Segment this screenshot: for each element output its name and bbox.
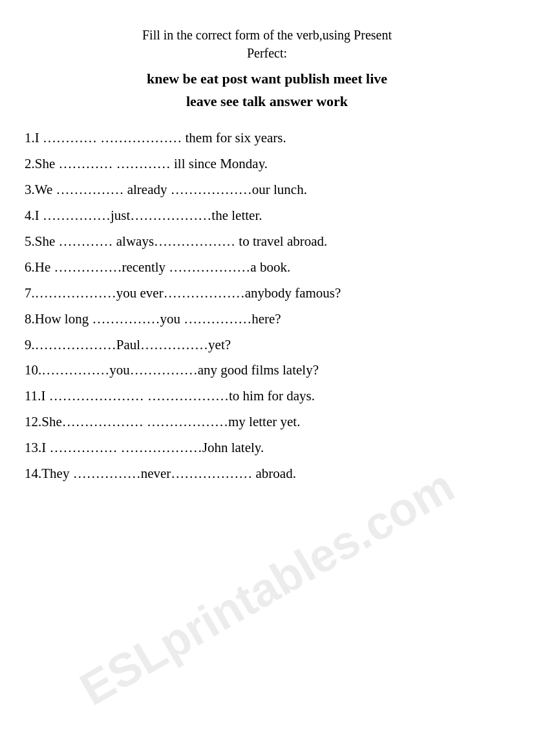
list-item: 6.He ……………recently ………………a book. <box>25 255 509 281</box>
list-item: 12.She……………… ………………my letter yet. <box>25 409 509 435</box>
list-item: 3.We …………… already ………………our lunch. <box>25 177 509 203</box>
list-item: 4.I ……………just………………the letter. <box>25 203 509 229</box>
list-item: 8.How long ……………you ……………here? <box>25 307 509 332</box>
list-item: 11.I ………………… ………………to him for days. <box>25 383 509 409</box>
list-item: 7.………………you ever………………anybody famous? <box>25 281 509 307</box>
list-item: 2.She ………… ………… ill since Monday. <box>25 151 509 177</box>
list-item: 9.………………Paul……………yet? <box>25 332 509 358</box>
word-bank: knew be eat post want publish meet live … <box>147 67 387 113</box>
list-item: 13.I …………… ………………John lately. <box>25 435 509 461</box>
watermark: ESLprintables.com <box>71 459 463 715</box>
page-title: Fill in the correct form of the verb,usi… <box>142 26 392 62</box>
exercises-list: 1.I ………… ……………… them for six years.2.She… <box>25 125 509 486</box>
list-item: 14.They ……………never……………… abroad. <box>25 461 509 487</box>
list-item: 5.She ………… always……………… to travel abroad… <box>25 229 509 255</box>
list-item: 1.I ………… ……………… them for six years. <box>25 125 509 151</box>
list-item: 10.……………you……………any good films lately? <box>25 358 509 383</box>
